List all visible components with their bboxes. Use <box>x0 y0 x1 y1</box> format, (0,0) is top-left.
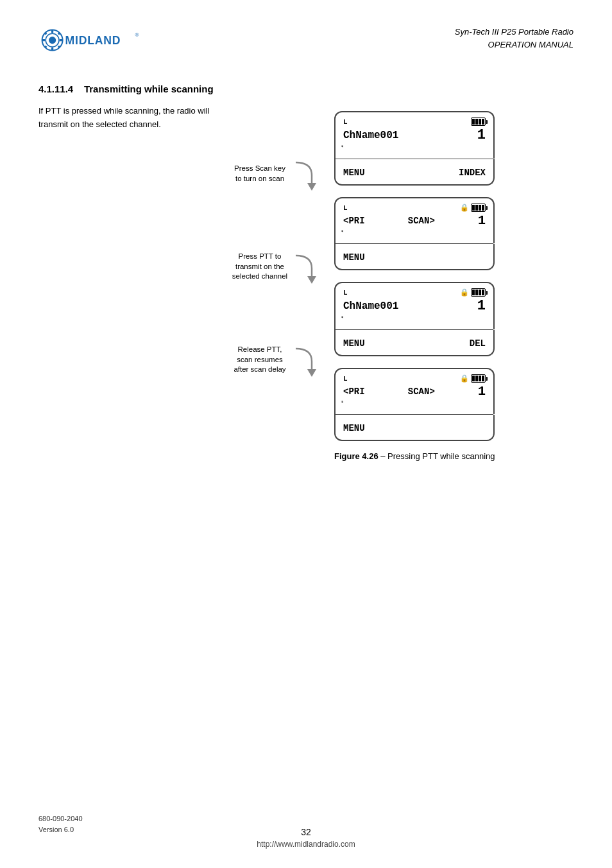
svg-rect-6 <box>60 39 63 41</box>
body-text: If PTT is pressed while scanning, the ra… <box>38 105 218 132</box>
screen3-channel-name: ChName001 <box>343 300 398 312</box>
screen-1-top: L ChName001 <box>334 111 495 159</box>
figure-caption: Figure 4.26 – Pressing PTT while scannin… <box>334 451 495 461</box>
screen2-status-row: L 🔒 <box>343 204 486 212</box>
page: MIDLAND ® Syn-Tech III P25 Portable Radi… <box>0 0 612 868</box>
battery-icon-2 <box>471 204 486 212</box>
figure-text: – Pressing PTT while scanning <box>380 451 495 461</box>
screen2-pri: <PRI <box>343 216 365 226</box>
footer-website: http://www.midlandradio.com <box>38 840 574 849</box>
svg-rect-5 <box>42 39 46 41</box>
footer-sides: 680-090-2040 Version 6.0 32 <box>38 813 574 835</box>
screen4-status-row: L 🔒 <box>343 374 486 383</box>
midland-logo: MIDLAND ® <box>38 26 141 58</box>
screen3-channel-row: ChName001 1 <box>343 298 486 314</box>
header-title: Syn-Tech III P25 Portable Radio OPERATIO… <box>455 26 574 51</box>
screen-4-top: L 🔒 <box>334 368 495 414</box>
lock-icon-3: 🔒 <box>460 288 469 297</box>
pair-gap-2 <box>334 270 495 282</box>
svg-rect-4 <box>51 48 53 51</box>
screen3-channel-num: 1 <box>477 298 486 314</box>
screen-3-top: L 🔒 <box>334 282 495 329</box>
screen2-num: 1 <box>478 213 486 228</box>
batt-seg <box>472 376 475 381</box>
screen4-menu-row: MENU <box>343 420 486 433</box>
screen1-battery <box>471 117 486 126</box>
screen1-signal: ⷰⷰ <box>343 144 486 152</box>
screen2-signal: ⷰⷰ <box>343 229 486 237</box>
batt-seg <box>482 376 484 381</box>
pair-gap-3 <box>334 356 495 368</box>
arrow-2-icon <box>293 249 328 284</box>
product-line2: OPERATION MANUAL <box>455 39 574 51</box>
batt-seg <box>479 119 481 125</box>
screen2-pri-scan: <PRI SCAN> 1 <box>343 213 486 228</box>
screen1-menu-left: MENU <box>343 168 365 178</box>
screen2-scan: SCAN> <box>408 216 435 226</box>
annotation-1-text: Press Scan key to turn on scan <box>231 164 289 184</box>
svg-point-2 <box>49 37 56 44</box>
screen-2-menu: MENU <box>334 244 495 270</box>
batt-seg <box>475 205 478 211</box>
product-line1: Syn-Tech III P25 Portable Radio <box>455 26 574 39</box>
batt-seg <box>479 205 481 211</box>
figure-label: Figure 4.26 <box>334 451 378 461</box>
battery-icon-1 <box>471 117 486 126</box>
lock-icon-4: 🔒 <box>460 374 469 383</box>
screen-1-menu: MENU INDEX <box>334 159 495 186</box>
screen2-status-l: L <box>343 204 348 212</box>
battery-icon-3 <box>471 288 486 297</box>
svg-marker-13 <box>307 183 316 191</box>
batt-seg <box>482 119 484 125</box>
arrow-1-icon <box>293 156 328 191</box>
screen2-menu-row: MENU <box>343 249 486 263</box>
screen3-signal: ⷰⷰ <box>343 315 486 323</box>
annotation-3: Release PTT, scan resumes after scan del… <box>231 342 328 378</box>
screen-pair-3: L 🔒 <box>334 282 495 356</box>
screen-2-top: L 🔒 <box>334 197 495 243</box>
screen-pair-1: L ChName001 <box>334 111 495 186</box>
screen4-battery: 🔒 <box>460 374 486 383</box>
version: Version 6.0 <box>38 824 83 835</box>
screen-3-menu: MENU DEL <box>334 330 495 356</box>
screen2-menu-left: MENU <box>343 252 365 263</box>
batt-seg <box>472 290 475 295</box>
footer-left: 680-090-2040 Version 6.0 <box>38 813 83 835</box>
batt-seg <box>475 119 478 125</box>
left-column: If PTT is pressed while scanning, the ra… <box>38 105 231 144</box>
footer: 680-090-2040 Version 6.0 32 http://www.m… <box>0 813 612 849</box>
section-title: Transmitting while scanning <box>84 83 214 94</box>
svg-text:®: ® <box>135 32 139 38</box>
pair-gap-1 <box>334 186 495 197</box>
screen1-menu-row: MENU INDEX <box>343 164 486 178</box>
section-number: 4.1.11.4 <box>38 83 73 94</box>
doc-number: 680-090-2040 <box>38 813 83 824</box>
screen4-num: 1 <box>478 384 486 399</box>
screen4-status-l: L <box>343 375 348 383</box>
batt-seg <box>482 290 484 295</box>
header: MIDLAND ® Syn-Tech III P25 Portable Radi… <box>38 26 574 58</box>
batt-seg <box>479 376 481 381</box>
screens-column: L ChName001 <box>334 111 495 461</box>
batt-seg <box>479 290 481 295</box>
screen2-battery: 🔒 <box>460 204 486 212</box>
screen-4-menu: MENU <box>334 415 495 441</box>
screen1-status-row: L <box>343 117 486 126</box>
screen-pair-2: L 🔒 <box>334 197 495 270</box>
screen4-pri-scan: <PRI SCAN> 1 <box>343 384 486 399</box>
annotation-1: Press Scan key to turn on scan <box>231 156 328 191</box>
screen1-channel-name: ChName001 <box>343 130 398 141</box>
screen1-channel-num: 1 <box>477 127 486 143</box>
batt-seg <box>472 119 475 125</box>
annotation-1-spacer <box>231 117 328 156</box>
annotation-2: Press PTT to transmit on the selected ch… <box>231 249 328 284</box>
screen-pair-4: L 🔒 <box>334 368 495 441</box>
screen4-pri: <PRI <box>343 386 365 397</box>
main-content: If PTT is pressed while scanning, the ra… <box>38 105 574 461</box>
annotation-2-text: Press PTT to transmit on the selected ch… <box>231 252 289 282</box>
screen3-menu-left: MENU <box>343 338 365 349</box>
svg-text:MIDLAND: MIDLAND <box>65 34 121 47</box>
annotations-column: Press Scan key to turn on scan Press PTT… <box>231 111 328 378</box>
screen1-menu-right: INDEX <box>459 168 486 178</box>
screen4-signal: ⷰⷰ <box>343 399 486 408</box>
